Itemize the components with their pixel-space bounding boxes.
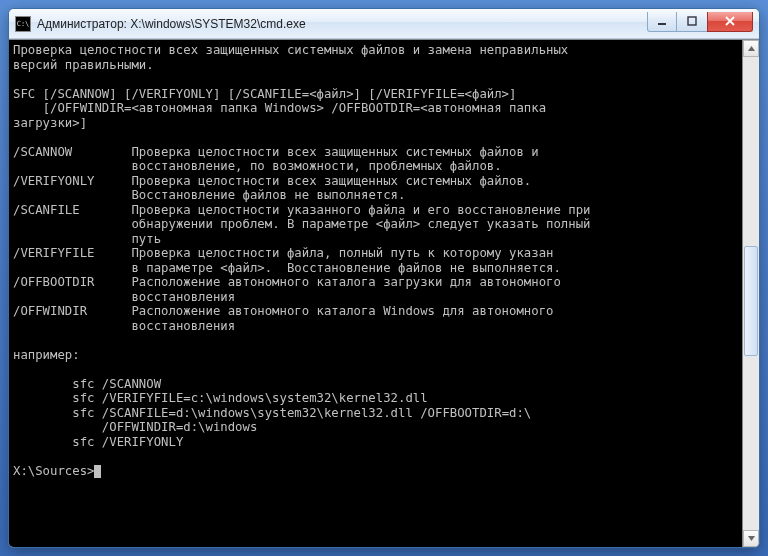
- svg-rect-1: [688, 17, 696, 25]
- close-icon: [724, 16, 736, 26]
- minimize-button[interactable]: [647, 12, 677, 32]
- maximize-button[interactable]: [677, 12, 707, 32]
- vertical-scrollbar[interactable]: [742, 40, 759, 547]
- scroll-track[interactable]: [743, 57, 759, 530]
- titlebar[interactable]: C:\ Администратор: X:\windows\SYSTEM32\c…: [9, 9, 759, 39]
- chevron-up-icon: [748, 46, 755, 51]
- window-controls: [647, 12, 753, 32]
- prompt[interactable]: X:\Sources>: [13, 464, 94, 478]
- cmd-window: C:\ Администратор: X:\windows\SYSTEM32\c…: [8, 8, 760, 548]
- scroll-up-button[interactable]: [743, 40, 759, 57]
- cmd-icon: C:\: [15, 16, 31, 32]
- close-button[interactable]: [707, 12, 753, 32]
- window-title: Администратор: X:\windows\SYSTEM32\cmd.e…: [37, 17, 647, 31]
- client-area: Проверка целостности всех защищенных сис…: [9, 39, 759, 547]
- console-output[interactable]: Проверка целостности всех защищенных сис…: [9, 40, 742, 547]
- scroll-thumb[interactable]: [744, 246, 758, 356]
- cursor: [94, 465, 101, 478]
- minimize-icon: [657, 16, 667, 26]
- scroll-down-button[interactable]: [743, 530, 759, 547]
- svg-rect-0: [658, 23, 666, 25]
- maximize-icon: [687, 16, 697, 26]
- chevron-down-icon: [748, 536, 755, 541]
